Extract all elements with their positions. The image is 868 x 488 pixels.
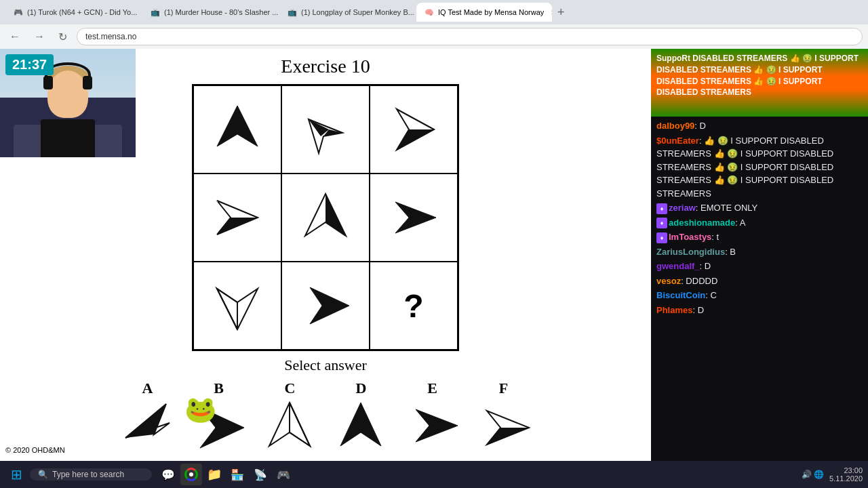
- browser-chrome: 🎮 (1) Turok (N64 + GCN) - Did Yo... ✕ 📺 …: [0, 0, 868, 49]
- tab-favicon: 📺: [288, 8, 297, 17]
- chat-message: $0unEater: 👍 🤢 I SUPPORT DISABLED STREAM…: [656, 134, 863, 201]
- answer-option-c[interactable]: C: [261, 380, 319, 451]
- chat-support-banner: SuppoRt DISABLED STREAMERS 👍 🤢 I SUPPORT…: [651, 49, 868, 117]
- address-bar[interactable]: test.mensa.no: [77, 28, 863, 45]
- taskbar-file-explorer[interactable]: 📁: [203, 464, 225, 485]
- select-answer-label: Select answer: [284, 357, 367, 374]
- new-tab-button[interactable]: +: [553, 5, 569, 20]
- svg-marker-10: [395, 202, 436, 233]
- arrow-2-2: [295, 187, 356, 248]
- tab-favicon: 📺: [151, 8, 160, 17]
- browser-content: 21:37 Exercise 10: [0, 49, 651, 488]
- search-placeholder-text: Type here to search: [52, 470, 124, 479]
- arrow-1-1: [207, 99, 268, 160]
- chat-message: dalboy99: D: [656, 119, 863, 133]
- svg-marker-18: [290, 403, 310, 446]
- support-banner-text: SuppoRt DISABLED STREAMERS 👍 🤢 I SUPPORT…: [656, 54, 859, 97]
- taskbar-twitch[interactable]: 📡: [250, 464, 271, 485]
- grid-cell-3-1: [193, 262, 281, 350]
- chat-messages-list[interactable]: dalboy99: D$0unEater: 👍 🤢 I SUPPORT DISA…: [651, 117, 868, 475]
- grid-cell-2-1: [193, 174, 281, 262]
- svg-marker-20: [416, 409, 458, 442]
- answer-arrow-d: [332, 397, 390, 451]
- nav-bar: ← → ↻ test.mensa.no: [0, 24, 868, 49]
- pattern-grid: ?: [192, 84, 459, 351]
- answer-option-a[interactable]: A: [119, 380, 176, 451]
- twitch-chat-panel: SuppoRt DISABLED STREAMERS 👍 🤢 I SUPPORT…: [651, 49, 868, 488]
- chat-message: ♦zeriaw: EMOTE ONLY: [656, 201, 863, 215]
- tab-monkey[interactable]: 📺 (1) Longplay of Super Monkey B... ✕: [279, 3, 415, 22]
- answer-arrow-e: [403, 397, 461, 451]
- back-button[interactable]: ←: [5, 28, 24, 45]
- answer-label-f: F: [499, 380, 508, 397]
- answer-label-e: E: [427, 380, 437, 397]
- grid-cell-2-2: [281, 174, 370, 262]
- tab-favicon: 🧠: [425, 8, 434, 17]
- search-icon: 🔍: [38, 470, 48, 479]
- arrow-3-2: [295, 275, 356, 336]
- taskbar-system-tray: 🔊 🌐 23:00 5.11.2020: [802, 466, 863, 483]
- tab-bar: 🎮 (1) Turok (N64 + GCN) - Did Yo... ✕ 📺 …: [0, 0, 868, 24]
- answer-label-d: D: [356, 380, 367, 397]
- taskbar-cortana[interactable]: 💬: [157, 464, 179, 485]
- tab-label: (1) Turok (N64 + GCN) - Did Yo...: [27, 8, 137, 16]
- refresh-button[interactable]: ↻: [54, 28, 71, 46]
- arrow-1-3: [383, 99, 444, 160]
- tab-murder[interactable]: 📺 (1) Murder House - 80's Slasher ... ✕: [142, 3, 278, 22]
- taskbar-chrome[interactable]: [180, 464, 202, 485]
- chat-message: ♦ImToastys: t: [656, 230, 863, 244]
- tab-label: (1) Murder House - 80's Slasher ...: [164, 8, 278, 16]
- chat-message: gwendalf_: D: [656, 260, 863, 273]
- grid-cell-1-2: [281, 85, 370, 174]
- answer-option-e[interactable]: E: [403, 380, 461, 451]
- answer-arrow-f: [475, 397, 532, 451]
- main-layout: 21:37 Exercise 10: [0, 49, 868, 488]
- svg-marker-0: [217, 106, 258, 146]
- chat-message: Phlames: D: [656, 304, 863, 317]
- arrow-2-3: [383, 187, 444, 248]
- taskbar-store[interactable]: 🏪: [226, 464, 248, 485]
- url-text: test.mensa.no: [85, 32, 136, 41]
- tab-turok[interactable]: 🎮 (1) Turok (N64 + GCN) - Did Yo... ✕: [5, 3, 141, 22]
- taskbar-discord[interactable]: 🎮: [273, 464, 294, 485]
- answer-option-f[interactable]: F: [475, 380, 532, 451]
- copyright-text: © 2020 OHD&MN: [5, 446, 65, 454]
- arrow-1-2: [295, 99, 356, 160]
- taskbar: ⊞ 🔍 Type here to search 💬 📁 🏪 📡 🎮 🔊 🌐 23…: [0, 461, 868, 488]
- grid-cell-1-3: [370, 85, 458, 174]
- answer-option-d[interactable]: D: [332, 380, 390, 451]
- tab-mensa[interactable]: 🧠 IQ Test Made by Mensa Norway ✕: [416, 3, 552, 22]
- answer-option-b[interactable]: B 🐸: [190, 380, 248, 451]
- answer-arrow-a: [119, 397, 176, 451]
- grid-cell-3-2: [281, 262, 370, 350]
- tab-label: (1) Longplay of Super Monkey B...: [301, 8, 414, 16]
- frog-emote: 🐸: [184, 394, 216, 424]
- taskbar-pinned-icons: 💬 📁 🏪 📡 🎮: [157, 464, 294, 485]
- answer-arrow-c: [261, 397, 319, 451]
- grid-cell-1-1: [193, 85, 281, 174]
- chat-message: vesoz: DDDDD: [656, 274, 863, 288]
- arrow-2-1: [207, 187, 268, 248]
- grid-cell-3-3: ?: [370, 262, 458, 350]
- svg-marker-13: [310, 287, 349, 324]
- question-mark: ?: [403, 287, 423, 325]
- tab-close-mensa[interactable]: ✕: [551, 9, 552, 16]
- clock-time: 23:00: [844, 466, 863, 474]
- windows-start-button[interactable]: ⊞: [5, 464, 27, 485]
- forward-button[interactable]: →: [30, 28, 49, 45]
- svg-marker-12: [217, 289, 237, 329]
- exercise-title: Exercise 10: [281, 56, 370, 77]
- chat-message: ZariusLongidius: B: [656, 245, 863, 259]
- clock-date: 5.11.2020: [829, 474, 863, 483]
- tab-favicon: 🎮: [14, 8, 23, 17]
- svg-marker-19: [340, 403, 381, 446]
- chat-message: BiscuitCoin: C: [656, 289, 863, 302]
- chat-message: ♦adeshionamade: A: [656, 216, 863, 230]
- taskbar-search-box[interactable]: 🔍 Type here to search: [30, 468, 152, 481]
- answer-label-a: A: [142, 380, 153, 397]
- taskbar-clock: 23:00 5.11.2020: [829, 466, 863, 483]
- grid-cell-2-3: [370, 174, 458, 262]
- tab-label: IQ Test Made by Mensa Norway: [438, 8, 544, 16]
- answer-options-row: A B 🐸 C: [105, 380, 546, 451]
- timer-display: 21:37: [5, 54, 54, 75]
